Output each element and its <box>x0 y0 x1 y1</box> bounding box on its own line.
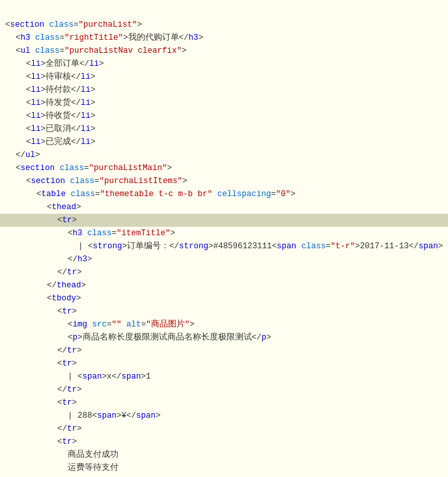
line-text: <h3 class="rightTitle">我的代购订单</h3> <box>16 31 448 44</box>
line-text: <h3 class="itemTitle"> <box>68 227 448 240</box>
code-line: </tr> <box>0 422 448 435</box>
code-line: </ul> <box>0 149 448 162</box>
line-text: <tr> <box>57 357 448 370</box>
line-text: 运费等待支付 <box>68 461 448 474</box>
code-line: <section class="purchaListMain"> <box>0 162 448 175</box>
line-text: <tr> <box>57 435 448 448</box>
line-text: </tr> <box>57 422 448 435</box>
code-line: <li>全部订单</li> <box>0 57 448 70</box>
code-line: </tr> <box>0 266 448 279</box>
line-text: <section class="purchaListMain"> <box>16 162 448 175</box>
code-line: <p>商品名称长度极限测试商品名称长度极限测试</p> <box>0 331 448 344</box>
code-line: </tr> <box>0 344 448 357</box>
line-text: | <span>x</span>1 <box>68 370 448 383</box>
code-line: | 288<span>¥</span> <box>0 409 448 422</box>
code-line: <thead> <box>0 201 448 214</box>
line-text: <ul class="purchaListNav clearfix"> <box>16 44 448 57</box>
line-text: <section class="purchaListItems"> <box>26 175 448 188</box>
line-text: <li>待审核</li> <box>26 70 448 83</box>
line-text: <li>待收货</li> <box>26 109 448 123</box>
line-text: <p>商品名称长度极限测试商品名称长度极限测试</p> <box>68 331 448 344</box>
code-line: </tr> <box>0 383 448 396</box>
line-text: | 288<span>¥</span> <box>68 409 448 422</box>
line-text: <li>待发货</li> <box>26 96 448 109</box>
line-text: <li>已完成</li> <box>26 136 448 149</box>
code-line: <tr> <box>0 214 448 227</box>
line-text: </tr> <box>57 266 448 279</box>
line-text: | <strong>订单编号：</strong>#48596123111<spa… <box>78 240 448 253</box>
code-line: <li>待付款</li> <box>0 83 448 96</box>
code-line: <tbody> <box>0 292 448 305</box>
code-line: | <strong>订单编号：</strong>#48596123111<spa… <box>0 240 448 253</box>
line-text: <tr> <box>57 396 448 409</box>
code-line: <section class="purchaListItems"> <box>0 175 448 188</box>
line-text: </ul> <box>16 149 448 162</box>
line-text: <tr> <box>57 305 448 318</box>
line-text: </thead> <box>47 279 448 292</box>
line-text: <li>已取消</li> <box>26 123 448 136</box>
code-line: <tr> <box>0 357 448 370</box>
line-text: </tr> <box>57 344 448 357</box>
line-text: <table class="themetable t-c m-b br" cel… <box>36 188 448 201</box>
code-line: <h3 class="rightTitle">我的代购订单</h3> <box>0 31 448 44</box>
line-text: <thead> <box>47 201 448 214</box>
line-text: <li>全部订单</li> <box>26 57 448 70</box>
line-text: </h3> <box>68 253 448 266</box>
line-text: <tbody> <box>47 292 448 305</box>
line-text: 商品支付成功 <box>68 448 448 461</box>
code-line: <table class="themetable t-c m-b br" cel… <box>0 188 448 201</box>
code-line: 商品支付成功 <box>0 448 448 461</box>
code-line: <h3 class="itemTitle"> <box>0 227 448 240</box>
line-text: </tr> <box>57 383 448 396</box>
code-line: </tr> <box>0 474 448 477</box>
line-text: <li>待付款</li> <box>26 83 448 96</box>
code-line: </thead> <box>0 279 448 292</box>
code-view: <section class="purchaList"><h3 class="r… <box>0 0 448 477</box>
code-line: 运费等待支付 <box>0 461 448 474</box>
code-line: <li>待收货</li> <box>0 109 448 123</box>
code-line: </h3> <box>0 253 448 266</box>
line-text: <img src="" alt="商品图片"> <box>68 318 448 331</box>
code-line: <li>已取消</li> <box>0 123 448 136</box>
code-line: <img src="" alt="商品图片"> <box>0 318 448 331</box>
code-line: | <span>x</span>1 <box>0 370 448 383</box>
line-text: <section class="purchaList"> <box>5 18 448 31</box>
code-line: <li>待发货</li> <box>0 96 448 109</box>
code-line: <ul class="purchaListNav clearfix"> <box>0 44 448 57</box>
code-line: <tr> <box>0 435 448 448</box>
code-line: <li>已完成</li> <box>0 136 448 149</box>
code-line: <section class="purchaList"> <box>0 18 448 31</box>
code-line: <tr> <box>0 396 448 409</box>
code-line: <li>待审核</li> <box>0 70 448 83</box>
line-text: </tr> <box>57 474 448 477</box>
code-line: <tr> <box>0 305 448 318</box>
line-text: <tr> <box>57 214 448 227</box>
